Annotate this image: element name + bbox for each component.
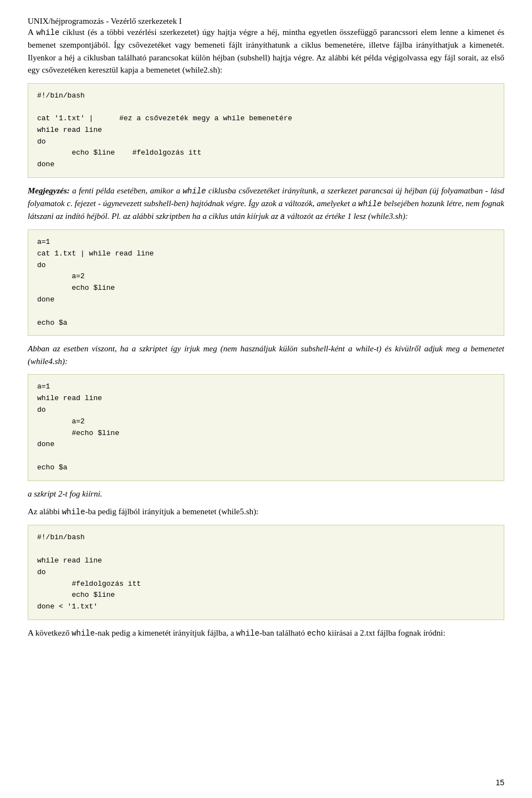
page-number: 15 xyxy=(495,778,504,787)
inline-code-while: while xyxy=(36,28,59,37)
inline-code-last-while1: while xyxy=(71,629,95,638)
inline-code-while-note1: while xyxy=(183,187,206,196)
code-block-while5: #!/bin/bash while read line do #feldolgo… xyxy=(28,525,504,620)
header-title: UNIX/héjprogramozás - Vezérlő szerkezete… xyxy=(28,17,182,25)
inline-code-while5: while xyxy=(62,508,85,516)
paragraph-last: A következő while-nak pedig a kimenetét … xyxy=(28,627,504,640)
paragraph-1: A while ciklust (és a többi vezérlési sz… xyxy=(28,26,504,76)
code-block-while3: a=1 cat 1.txt | while read line do a=2 e… xyxy=(28,229,504,336)
inline-code-a-note: a xyxy=(280,212,285,221)
inline-code-while-note2: while xyxy=(359,200,382,208)
inline-code-last-while2: while xyxy=(236,629,259,638)
paragraph-while5: Az alábbi while-ba pedig fájlból irányít… xyxy=(28,505,504,518)
paragraph-abban: Abban az esetben viszont, ha a szkriptet… xyxy=(28,342,504,367)
paragraph-szkript2: a szkript 2-t fog kiírni. xyxy=(28,488,504,500)
code-block-while4: a=1 while read line do a=2 #echo $line d… xyxy=(28,374,504,480)
paragraph-note: Megjegyzés: a fenti példa esetében, amik… xyxy=(28,185,504,223)
page-header: UNIX/héjprogramozás - Vezérlő szerkezete… xyxy=(28,17,504,26)
code-block-while2: #!/bin/bash cat '1.txt' | #ez a csővezet… xyxy=(28,83,504,178)
inline-code-last-echo: echo xyxy=(307,629,326,638)
